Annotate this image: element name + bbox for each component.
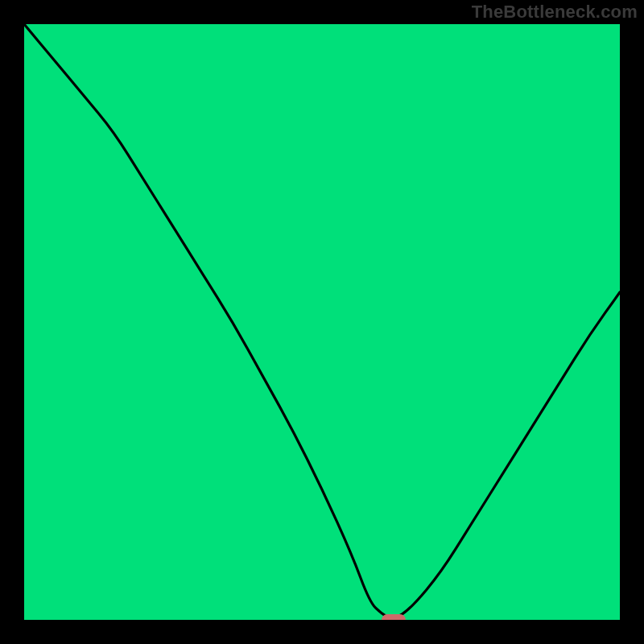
watermark-text: TheBottleneck.com — [472, 2, 638, 23]
optimum-marker — [382, 614, 406, 620]
bottleneck-curve — [24, 24, 620, 618]
curve-layer — [24, 24, 620, 620]
chart-stage: TheBottleneck.com — [0, 0, 644, 644]
plot-area — [24, 24, 620, 620]
